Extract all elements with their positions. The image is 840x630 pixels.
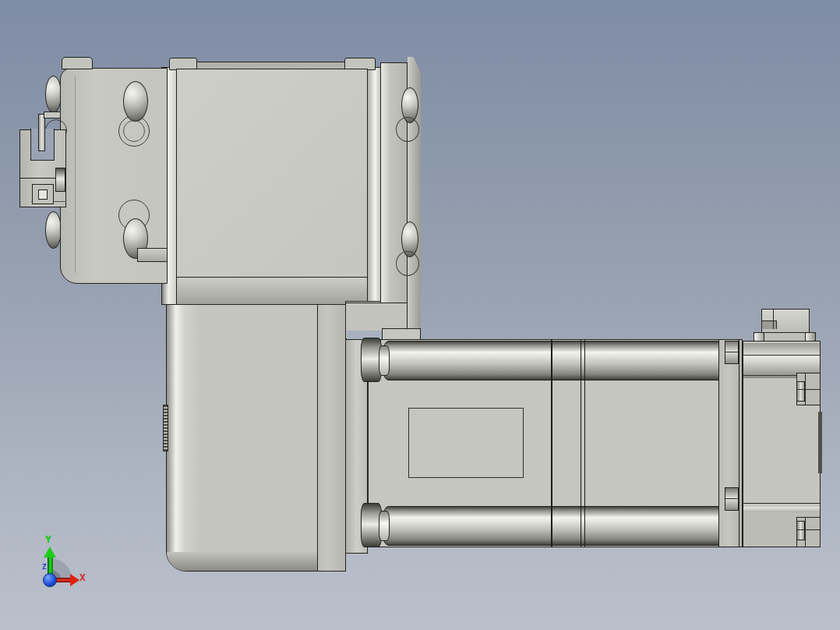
block-dome-screw-inner-top <box>123 81 148 122</box>
y-axis-arrowhead <box>44 547 56 557</box>
motor-right-tab <box>818 412 822 473</box>
y-axis-label: Y <box>45 533 51 545</box>
motor-notch-tr-bolt <box>796 381 805 402</box>
motor-bottom-highlight <box>743 507 820 512</box>
connector-seam <box>773 310 774 329</box>
face-label-recess <box>408 408 524 478</box>
axis-triad[interactable]: Z Y X <box>31 530 101 593</box>
x-axis-label: X <box>79 572 86 583</box>
coupling-seam <box>739 340 739 547</box>
motor-notch-tr-hline <box>796 389 821 390</box>
end-bolt-top-tip <box>379 345 390 376</box>
cad-viewport[interactable]: Z Y X <box>0 0 840 630</box>
bracket-sensor-square-inner <box>38 189 48 200</box>
housing-seam-2b <box>584 340 585 547</box>
block-washer-ring-top-inner <box>123 120 145 142</box>
connector-base-bolt-right <box>805 332 816 342</box>
flange-washer-ring-top <box>396 117 419 142</box>
block-dome-screw-left-top <box>45 76 62 113</box>
bracket-pin <box>38 114 45 151</box>
coupling-bolt-top <box>725 341 739 364</box>
connector-notch <box>762 320 777 329</box>
body-right-strip <box>317 304 346 572</box>
coupling-bolt-bottom <box>725 487 739 511</box>
vertical-gearbox-body[interactable] <box>166 304 318 572</box>
body-serial-label <box>163 405 168 451</box>
end-bolt-bottom-tip <box>379 511 390 541</box>
bracket-knob <box>55 168 65 192</box>
bracket-arm <box>44 111 61 119</box>
motor-mount-plate[interactable] <box>176 69 368 278</box>
motor-notch-br-vline <box>805 517 806 547</box>
motor-notch-br-bolt <box>796 521 805 540</box>
x-axis-arrowhead <box>70 574 79 586</box>
guide-rod-bottom[interactable] <box>381 506 728 546</box>
block-mount-ear <box>62 57 93 69</box>
connector-base-bolt-left <box>754 332 764 342</box>
block-contour-line <box>75 76 76 273</box>
flange-washer-ring-bottom <box>396 251 419 276</box>
motor-notch-br-hline <box>796 529 821 530</box>
coupling-bolt-bottom-line <box>725 498 738 499</box>
body-bottom-shade <box>167 552 317 571</box>
guide-rod-top[interactable] <box>381 341 728 380</box>
housing-seam-1 <box>551 340 552 547</box>
z-axis-label: Z <box>42 563 46 571</box>
motor-line-upper <box>743 355 820 356</box>
motor-line-lower <box>743 503 820 504</box>
block-ledge-tab <box>137 248 168 262</box>
motor-notch-tr-vline <box>805 373 806 405</box>
coupling-bolt-top-line <box>725 352 738 352</box>
housing-seam-2a <box>581 340 581 547</box>
origin-sphere <box>43 573 57 587</box>
block-dome-screw-left-bottom <box>45 211 62 249</box>
